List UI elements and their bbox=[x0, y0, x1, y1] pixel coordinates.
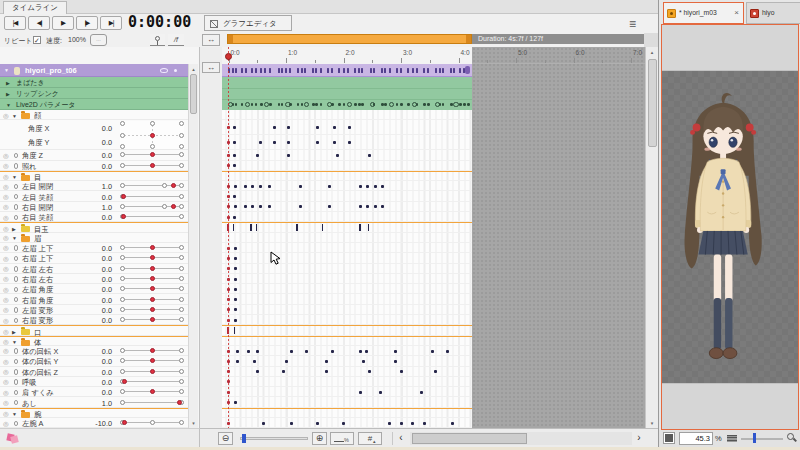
slider-handle[interactable] bbox=[150, 255, 155, 260]
param-row[interactable]: ◎左目 笑顔0.0 bbox=[0, 191, 188, 201]
param-row[interactable]: ◎左眉 左右0.0 bbox=[0, 264, 188, 274]
keyframe[interactable] bbox=[268, 205, 271, 208]
target-icon[interactable]: ◎ bbox=[3, 255, 9, 263]
folder-row[interactable]: ◎▶口 bbox=[0, 325, 188, 335]
parameter-scrollbar[interactable]: ▴ ▾ bbox=[188, 64, 198, 428]
keyframe[interactable] bbox=[400, 68, 402, 73]
keyframe[interactable] bbox=[273, 141, 276, 144]
background-color-swatch[interactable] bbox=[663, 432, 675, 444]
group-tracks-band[interactable] bbox=[222, 77, 472, 110]
keyframe[interactable] bbox=[260, 103, 263, 106]
keyframe[interactable] bbox=[290, 422, 293, 425]
timeline-row[interactable] bbox=[222, 191, 645, 201]
param-value[interactable]: 0.0 bbox=[88, 368, 112, 377]
param-value[interactable]: 0.0 bbox=[88, 265, 112, 274]
param-value[interactable]: 0.0 bbox=[88, 357, 112, 366]
timeline-row[interactable] bbox=[222, 150, 645, 160]
slider-handle[interactable] bbox=[171, 204, 176, 209]
slider-handle[interactable] bbox=[122, 379, 127, 384]
keyframe[interactable] bbox=[269, 103, 272, 106]
timeline-row[interactable] bbox=[222, 253, 645, 263]
keyframe[interactable] bbox=[359, 224, 361, 231]
caret-down-icon[interactable]: ▼ bbox=[6, 102, 11, 108]
timeline-row[interactable] bbox=[222, 181, 645, 191]
link-icon[interactable] bbox=[14, 276, 18, 282]
param-row[interactable]: ◎左眉 角度0.0 bbox=[0, 284, 188, 294]
folder-row[interactable]: ◎▼顔 bbox=[0, 110, 188, 120]
keyframe[interactable] bbox=[416, 68, 418, 73]
target-icon[interactable]: ◎ bbox=[3, 183, 9, 191]
keyframe[interactable] bbox=[268, 185, 271, 188]
param-value[interactable]: 0.0 bbox=[88, 296, 112, 305]
keyframe[interactable] bbox=[331, 350, 334, 353]
speed-value[interactable]: 100% bbox=[68, 36, 86, 43]
param-row[interactable]: ◎左腕 A-10.0 bbox=[0, 418, 188, 428]
keyframe[interactable] bbox=[256, 350, 259, 353]
link-icon[interactable] bbox=[14, 287, 18, 293]
link-icon[interactable] bbox=[14, 307, 18, 313]
param-slider[interactable] bbox=[120, 191, 184, 200]
keyframe[interactable] bbox=[232, 103, 235, 106]
keyframe[interactable] bbox=[370, 68, 372, 73]
param-value[interactable]: 0.0 bbox=[88, 347, 112, 356]
slider-handle[interactable] bbox=[150, 276, 155, 281]
link-icon[interactable] bbox=[14, 194, 18, 200]
param-row[interactable]: ◎体の回転 X0.0 bbox=[0, 346, 188, 356]
keyframe[interactable] bbox=[389, 68, 391, 73]
folder-row[interactable]: ◎▶目玉 bbox=[0, 222, 188, 232]
param-row[interactable]: ◎右眉 左右0.0 bbox=[0, 274, 188, 284]
keyframe[interactable] bbox=[233, 195, 236, 198]
time-ruler[interactable]: 0:01:02:03:04:05:06:07:0 bbox=[222, 47, 645, 64]
link-icon[interactable] bbox=[14, 348, 18, 354]
timeline-hscrollbar[interactable] bbox=[410, 432, 632, 445]
panel-menu-icon[interactable]: ≡ bbox=[629, 19, 636, 29]
keyframe[interactable] bbox=[463, 103, 466, 106]
keyframe[interactable] bbox=[255, 103, 258, 106]
slider-handle[interactable] bbox=[177, 400, 182, 405]
param-slider[interactable] bbox=[120, 367, 184, 376]
visibility-eye-icon[interactable] bbox=[160, 68, 168, 73]
link-icon[interactable] bbox=[14, 379, 18, 385]
view-zoom-input[interactable]: 45.3 bbox=[679, 432, 713, 445]
caret-right-icon[interactable]: ▶ bbox=[6, 80, 10, 86]
keyframe[interactable] bbox=[423, 103, 426, 106]
keyframe[interactable] bbox=[244, 205, 247, 208]
keyframe[interactable] bbox=[296, 224, 298, 231]
target-icon[interactable]: ◎ bbox=[3, 214, 9, 222]
link-icon[interactable] bbox=[14, 359, 18, 365]
keyframe[interactable] bbox=[362, 360, 365, 363]
hscrollbar-thumb[interactable] bbox=[412, 433, 527, 444]
go-to-end-button[interactable]: ▶| bbox=[100, 16, 122, 30]
slider-handle[interactable] bbox=[150, 286, 155, 291]
link-icon[interactable] bbox=[14, 215, 18, 221]
link-icon[interactable] bbox=[14, 369, 18, 375]
keyframe[interactable] bbox=[420, 391, 423, 394]
keyframe[interactable] bbox=[381, 68, 383, 73]
keyframe[interactable] bbox=[233, 126, 236, 129]
fps-button[interactable]: /f bbox=[168, 34, 184, 46]
target-icon[interactable]: ◎ bbox=[3, 317, 9, 325]
slider-handle[interactable] bbox=[150, 389, 155, 394]
keyframe[interactable] bbox=[400, 103, 403, 106]
timeline-row[interactable] bbox=[222, 284, 645, 294]
magnifier-icon[interactable] bbox=[787, 433, 794, 440]
keyframe[interactable] bbox=[453, 68, 455, 73]
target-icon[interactable]: ◎ bbox=[3, 234, 9, 242]
keyframe[interactable] bbox=[322, 224, 324, 231]
keyframe[interactable] bbox=[450, 68, 452, 73]
param-value[interactable]: -10.0 bbox=[88, 419, 112, 428]
param-slider[interactable] bbox=[120, 212, 184, 221]
timeline-row[interactable] bbox=[222, 161, 645, 171]
keyframe[interactable] bbox=[338, 68, 340, 73]
keyframe[interactable] bbox=[251, 68, 253, 73]
keyframe[interactable] bbox=[374, 185, 377, 188]
timeline-row[interactable] bbox=[222, 367, 645, 377]
link-icon[interactable] bbox=[14, 153, 18, 159]
keyframe[interactable] bbox=[234, 298, 237, 301]
keyframe[interactable] bbox=[245, 102, 251, 108]
model-track-keys[interactable] bbox=[222, 64, 472, 77]
next-frame-button[interactable]: |▶ bbox=[76, 16, 98, 30]
keyframe[interactable] bbox=[290, 350, 293, 353]
target-icon[interactable]: ◎ bbox=[3, 162, 9, 170]
target-icon[interactable]: ◎ bbox=[3, 399, 9, 407]
